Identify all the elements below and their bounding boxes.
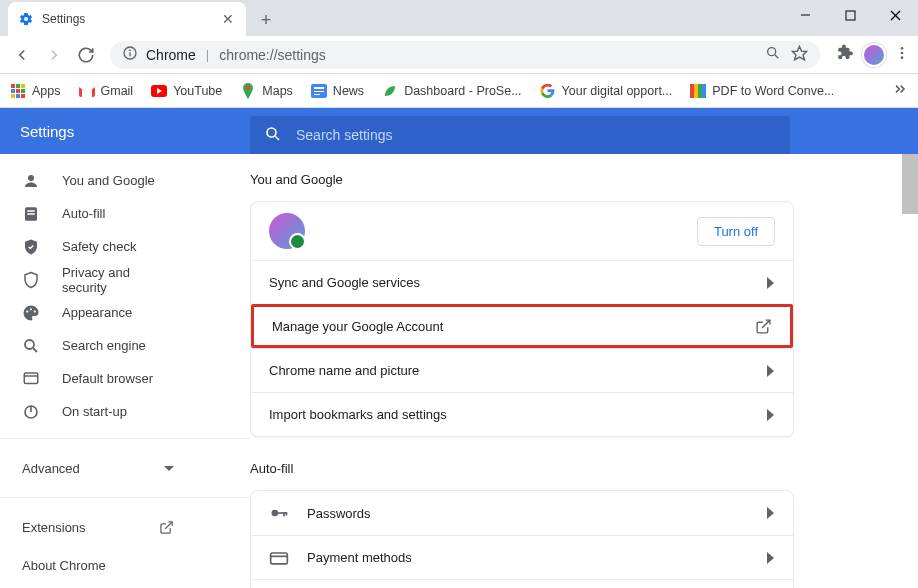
sidebar-item-label: Auto-fill (62, 206, 105, 221)
profile-avatar[interactable] (862, 43, 886, 67)
sidebar-item-safety[interactable]: Safety check (0, 230, 196, 263)
sidebar-item-you-and-google[interactable]: You and Google (0, 164, 196, 197)
card-autofill: Passwords Payment methods Addresses and … (250, 490, 794, 588)
sidebar-advanced[interactable]: Advanced (0, 449, 196, 487)
bookmark-digital[interactable]: Your digital opport... (540, 83, 673, 99)
svg-rect-32 (702, 84, 706, 98)
row-manage-account[interactable]: Manage your Google Account (251, 304, 793, 348)
svg-rect-59 (271, 553, 288, 564)
row-chrome-name[interactable]: Chrome name and picture (251, 348, 793, 392)
sidebar-about[interactable]: About Chrome (0, 546, 196, 584)
minimize-button[interactable] (783, 0, 828, 30)
shield-icon (22, 271, 40, 289)
row-import-bookmarks[interactable]: Import bookmarks and settings (251, 392, 793, 436)
youtube-icon (151, 83, 167, 99)
news-icon (311, 83, 327, 99)
address-bar[interactable]: Chrome | chrome://settings (110, 41, 820, 69)
shield-check-icon (22, 238, 40, 256)
svg-point-40 (30, 308, 32, 310)
settings-content[interactable]: You and Google Turn off Sync and Google … (250, 154, 918, 588)
sidebar-extensions[interactable]: Extensions (0, 508, 196, 546)
bookmark-news[interactable]: News (311, 83, 364, 99)
svg-line-51 (762, 320, 770, 328)
svg-rect-20 (16, 94, 20, 98)
chevron-right-icon (767, 507, 775, 519)
bookmark-label: PDF to Word Conve... (712, 84, 834, 98)
extensions-icon[interactable] (836, 44, 854, 65)
sidebar-item-search-engine[interactable]: Search engine (0, 329, 196, 362)
chevron-right-icon (767, 365, 775, 377)
forward-button[interactable] (40, 41, 68, 69)
zoom-icon[interactable] (765, 45, 781, 64)
sidebar-item-appearance[interactable]: Appearance (0, 296, 196, 329)
svg-rect-28 (314, 94, 320, 95)
maximize-button[interactable] (828, 0, 873, 30)
bookmark-maps[interactable]: Maps (240, 83, 293, 99)
row-passwords[interactable]: Passwords (251, 491, 793, 535)
bookmarks-bar: Apps Gmail YouTube Maps News Dashboard -… (0, 74, 918, 108)
bookmark-apps[interactable]: Apps (10, 83, 61, 99)
svg-rect-19 (11, 94, 15, 98)
bookmark-pdf[interactable]: PDF to Word Conve... (690, 83, 834, 99)
sidebar-about-label: About Chrome (22, 558, 106, 573)
sidebar-item-label: Appearance (62, 305, 132, 320)
settings-main: You and Google Auto-fill Safety check Pr… (0, 154, 918, 588)
row-addresses[interactable]: Addresses and more (251, 579, 793, 588)
svg-rect-29 (690, 84, 694, 98)
bookmark-dashboard[interactable]: Dashboard - ProSe... (382, 83, 521, 99)
svg-point-54 (272, 510, 279, 517)
sidebar-item-startup[interactable]: On start-up (0, 395, 196, 428)
sidebar-item-label: Default browser (62, 371, 153, 386)
sidebar-item-label: Safety check (62, 239, 136, 254)
card-you-and-google: Turn off Sync and Google services Manage… (250, 201, 794, 437)
turn-off-button[interactable]: Turn off (697, 217, 775, 246)
chevron-right-icon (767, 277, 775, 289)
gmail-icon (79, 83, 95, 99)
sidebar-extensions-label: Extensions (22, 520, 86, 535)
bookmark-label: News (333, 84, 364, 98)
reload-button[interactable] (72, 41, 100, 69)
bookmarks-overflow-icon[interactable] (892, 81, 908, 100)
bookmark-label: YouTube (173, 84, 222, 98)
close-window-button[interactable] (873, 0, 918, 30)
bookmark-youtube[interactable]: YouTube (151, 83, 222, 99)
settings-search-box[interactable] (250, 116, 790, 154)
sidebar-item-privacy[interactable]: Privacy and security (0, 263, 196, 296)
sidebar-item-default-browser[interactable]: Default browser (0, 362, 196, 395)
external-link-icon (159, 520, 174, 535)
bookmark-label: Gmail (101, 84, 134, 98)
svg-marker-58 (767, 507, 774, 519)
chevron-down-icon (164, 461, 174, 476)
bookmark-label: Your digital opport... (562, 84, 673, 98)
close-icon[interactable]: ✕ (220, 11, 236, 27)
bookmark-star-icon[interactable] (791, 45, 808, 65)
search-icon (264, 125, 282, 146)
svg-rect-26 (314, 87, 324, 89)
svg-rect-16 (11, 89, 15, 93)
svg-rect-56 (283, 512, 285, 516)
svg-marker-61 (767, 552, 774, 564)
row-payment[interactable]: Payment methods (251, 535, 793, 579)
bookmark-gmail[interactable]: Gmail (79, 83, 134, 99)
svg-point-7 (768, 48, 776, 56)
svg-rect-57 (286, 512, 288, 515)
svg-marker-50 (767, 277, 774, 289)
svg-rect-37 (27, 210, 35, 212)
browser-tab[interactable]: Settings ✕ (8, 2, 246, 36)
search-input[interactable] (296, 127, 776, 143)
sidebar-item-autofill[interactable]: Auto-fill (0, 197, 196, 230)
google-icon (540, 83, 556, 99)
svg-point-41 (34, 310, 36, 312)
menu-icon[interactable] (894, 45, 910, 64)
svg-rect-14 (16, 84, 20, 88)
svg-rect-1 (846, 11, 855, 20)
settings-sidebar: You and Google Auto-fill Safety check Pr… (0, 154, 250, 588)
new-tab-button[interactable]: + (252, 6, 280, 34)
row-sync-services[interactable]: Sync and Google services (251, 260, 793, 304)
svg-rect-30 (694, 84, 698, 98)
scrollbar-thumb[interactable] (902, 154, 918, 214)
site-info-icon[interactable] (122, 45, 138, 64)
svg-rect-17 (16, 89, 20, 93)
svg-rect-18 (21, 89, 25, 93)
back-button[interactable] (8, 41, 36, 69)
